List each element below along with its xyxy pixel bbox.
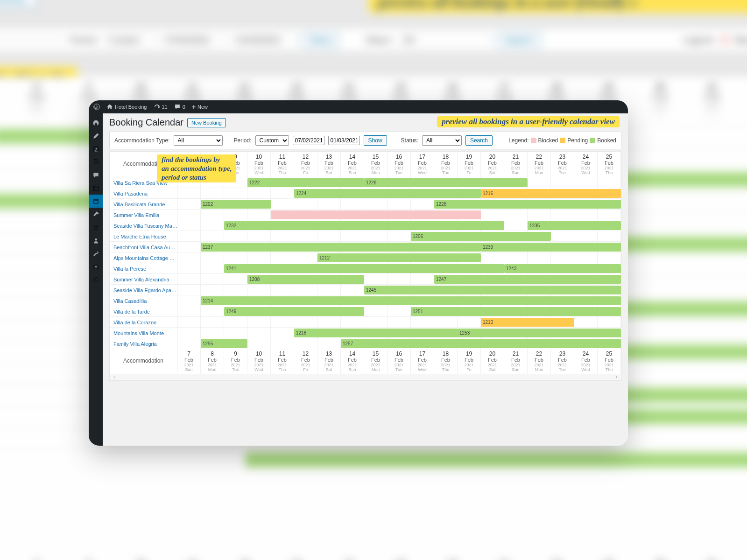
users-icon[interactable]	[89, 234, 103, 247]
date-to-input[interactable]	[328, 136, 360, 145]
booking-bar[interactable]: 1216	[481, 189, 621, 198]
date-header-cell: 24Feb2021Wed	[574, 349, 598, 374]
legend-blocked-swatch	[531, 138, 536, 143]
legend-booked-swatch	[590, 138, 595, 143]
calendar-row: Seaside Villa Tuscany Ma…12321235	[110, 220, 621, 231]
accommodation-link[interactable]: Summer Villa Emilia	[110, 210, 177, 220]
calendar-row: Mountains Villa Monte12181253	[110, 327, 621, 338]
pages-icon[interactable]	[89, 155, 103, 168]
booking-bar[interactable]: 1243	[504, 264, 621, 273]
booking-bar[interactable]: 1241	[224, 264, 504, 273]
date-header-cell: 19Feb2021Fri	[458, 152, 481, 177]
accommodation-link[interactable]: Alps Mountains Cottage …	[110, 252, 177, 263]
appearance-icon[interactable]	[89, 208, 103, 221]
booking-bar[interactable]: 1251	[411, 307, 621, 316]
screenshot-card: Hotel Booking 11 0 + New	[89, 100, 628, 446]
accommodation-link[interactable]: Mountains Villa Monte	[110, 328, 177, 338]
booking-bar[interactable]: 1226	[364, 178, 528, 187]
booking-bar[interactable]: 1228	[434, 200, 621, 209]
booking-bar[interactable]: 1249	[224, 307, 364, 316]
booking-bar[interactable]: 1232	[224, 221, 504, 230]
date-header-cell: 21Feb2021Sun	[504, 152, 528, 177]
booking-bar[interactable]	[271, 210, 481, 219]
main-content: preview all bookings in a user-friendly …	[103, 113, 628, 446]
calendar-row: Villa de la Corazon1210	[110, 316, 621, 327]
comments-link[interactable]: 0	[174, 104, 185, 110]
date-header-cell: 16Feb2021Tue	[388, 152, 411, 177]
calendar-row: Villa Basilicata Grande12021228	[110, 198, 621, 209]
media-icon[interactable]	[89, 142, 103, 155]
date-header-cell: 18Feb2021Thu	[434, 152, 458, 177]
page-title: Booking Calendar	[109, 117, 183, 128]
legend: Legend: Blocked Pending Booked	[508, 137, 616, 144]
bg-new-booking: New Booking	[0, 0, 36, 8]
new-link[interactable]: + New	[192, 103, 208, 111]
site-link[interactable]: Hotel Booking	[106, 104, 147, 110]
calendar-row: Villa Pasadena12241216	[110, 188, 621, 198]
date-header-cell: 23Feb2021Tue	[551, 349, 574, 374]
booking-bar[interactable]: 1224	[294, 189, 481, 198]
booking-bar[interactable]: 1214	[201, 296, 621, 305]
scroll-hint[interactable]: ‹›	[110, 374, 621, 380]
calendar-row: Villa Casadillia1214	[110, 295, 621, 306]
accommodation-link[interactable]: Seaside Villa Tuscany Ma…	[110, 220, 177, 231]
booking-bar[interactable]: 1210	[481, 318, 574, 327]
status-select[interactable]: All	[422, 135, 462, 146]
booking-bar[interactable]: 1212	[317, 253, 481, 262]
show-button[interactable]: Show	[364, 135, 387, 146]
calendar-row: Family Villa Alegria12551257	[110, 338, 621, 349]
collapse-icon[interactable]	[89, 273, 103, 286]
accommodation-link[interactable]: Villa Casadillia	[110, 295, 177, 306]
booking-bar[interactable]: 1257	[341, 339, 621, 348]
booking-bar[interactable]: 1237	[201, 243, 481, 252]
date-header-cell: 11Feb2021Thu	[271, 349, 294, 374]
accommodation-link[interactable]: Beachfront Villa Casa Au…	[110, 242, 177, 252]
accommodation-link[interactable]: Family Villa Alegria	[110, 338, 177, 349]
posts-icon[interactable]	[89, 129, 103, 142]
new-booking-button[interactable]: New Booking	[187, 118, 226, 127]
booking-bar[interactable]: 1222	[247, 178, 364, 187]
booking-bar[interactable]: 1255	[201, 339, 247, 348]
accom-type-label: Accommodation Type:	[114, 137, 170, 144]
booking-bar[interactable]: 1239	[481, 243, 621, 252]
booking-bar[interactable]: 1202	[201, 200, 271, 209]
comments-icon[interactable]	[89, 168, 103, 182]
plugins-icon[interactable]	[89, 221, 103, 234]
booking-bar[interactable]: 1206	[411, 232, 551, 241]
date-header-cell: 22Feb2021Mon	[528, 152, 551, 177]
accommodation-icon[interactable]	[89, 182, 103, 195]
svg-point-1	[95, 238, 97, 241]
booking-bar[interactable]: 1208	[247, 275, 364, 284]
date-from-input[interactable]	[293, 136, 324, 145]
legend-pending-swatch	[560, 138, 565, 143]
updates-link[interactable]: 11	[154, 104, 168, 110]
booking-bar[interactable]: 1235	[528, 221, 621, 230]
accommodation-link[interactable]: Villa Basilicata Grande	[110, 199, 177, 210]
svg-point-3	[93, 277, 99, 282]
period-select[interactable]: Custom	[255, 135, 289, 146]
accommodation-link[interactable]: Le Marche Etna House	[110, 231, 177, 242]
search-button[interactable]: Search	[465, 135, 493, 146]
annotation-top: preview all bookings in a user-friendly …	[437, 116, 620, 127]
settings-icon[interactable]	[89, 260, 103, 273]
dashboard-icon[interactable]	[89, 116, 103, 129]
date-header-cell: 18Feb2021Thu	[434, 349, 458, 374]
calendar-header-bottom: Accommodation 7Feb2021Sun8Feb2021Mon9Feb…	[110, 349, 621, 374]
booking-bar[interactable]: 1247	[434, 275, 621, 284]
accommodation-link[interactable]: Villa la Perese	[110, 263, 177, 274]
accommodation-link[interactable]: Seaside Villa Egardo Apa…	[110, 285, 177, 295]
accommodation-link[interactable]: Villa de la Tarde	[110, 306, 177, 317]
bookings-icon[interactable]	[89, 195, 103, 208]
status-label: Status:	[401, 137, 418, 144]
booking-bar[interactable]: 1245	[364, 286, 621, 294]
accommodation-link[interactable]: Villa de la Corazon	[110, 317, 177, 328]
accommodation-link[interactable]: Summer Villa Alexandria	[110, 274, 177, 285]
tools-icon[interactable]	[89, 247, 103, 260]
scroll-right-icon: ›	[616, 374, 617, 380]
accommodation-link[interactable]: Villa Pasadena	[110, 188, 177, 199]
wp-admin-bar: Hotel Booking 11 0 + New	[89, 100, 628, 113]
booking-bar[interactable]: 1253	[458, 329, 621, 337]
booking-bar[interactable]: 1218	[294, 329, 458, 337]
wp-logo-icon[interactable]	[93, 104, 100, 110]
accom-type-select[interactable]: All	[174, 135, 223, 146]
